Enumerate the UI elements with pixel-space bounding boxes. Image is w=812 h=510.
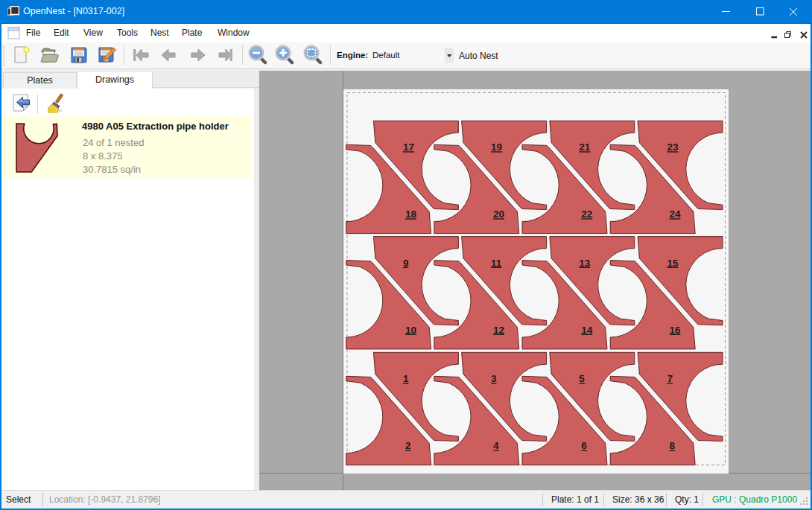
svg-text:24: 24 [670, 208, 682, 220]
svg-text:11: 11 [491, 258, 502, 269]
svg-text:10: 10 [405, 325, 416, 336]
svg-text:14: 14 [581, 325, 593, 336]
svg-text:23: 23 [667, 141, 679, 153]
svg-text:22: 22 [581, 208, 592, 220]
svg-text:9: 9 [403, 258, 409, 269]
svg-text:12: 12 [493, 325, 504, 336]
svg-text:15: 15 [667, 258, 679, 269]
svg-text:7: 7 [667, 373, 673, 384]
svg-text:18: 18 [405, 208, 417, 220]
svg-text:8: 8 [670, 440, 676, 451]
svg-text:1: 1 [403, 373, 409, 384]
svg-text:21: 21 [579, 141, 591, 153]
svg-text:6: 6 [581, 440, 587, 451]
svg-text:19: 19 [491, 141, 502, 153]
svg-text:2: 2 [405, 440, 411, 451]
svg-text:5: 5 [579, 373, 585, 384]
svg-text:3: 3 [491, 373, 497, 384]
svg-text:20: 20 [493, 208, 504, 220]
svg-text:13: 13 [579, 258, 591, 269]
svg-text:17: 17 [403, 141, 414, 153]
svg-text:4: 4 [493, 440, 499, 451]
svg-text:16: 16 [670, 325, 682, 336]
